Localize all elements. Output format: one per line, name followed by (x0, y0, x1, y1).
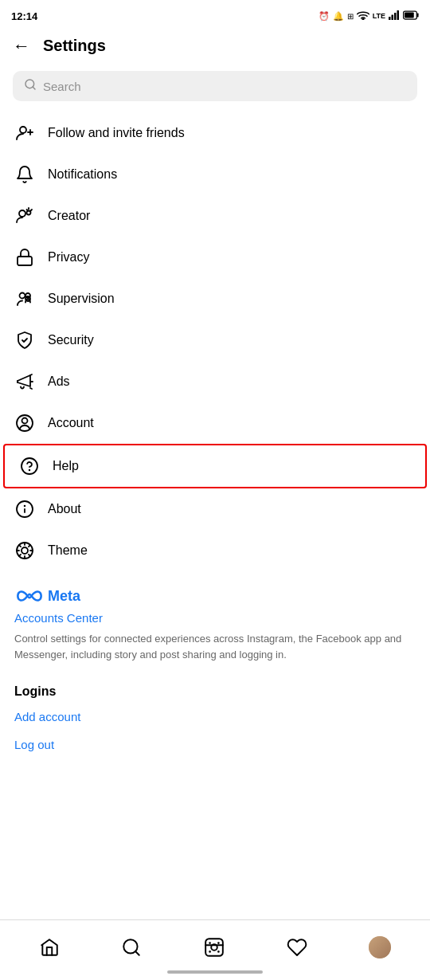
cast-icon: ⊞ (347, 12, 354, 21)
settings-item-ads[interactable]: Ads (0, 361, 430, 402)
svg-line-9 (33, 87, 35, 89)
theme-label: Theme (48, 543, 88, 558)
nav-heart[interactable] (276, 929, 319, 966)
back-button[interactable]: ← (13, 37, 30, 55)
svg-line-35 (19, 545, 21, 547)
svg-rect-4 (397, 10, 400, 20)
security-label: Security (48, 333, 94, 347)
svg-rect-7 (405, 13, 414, 18)
log-out-link[interactable]: Log out (14, 738, 416, 751)
settings-item-creator[interactable]: Creator (0, 195, 430, 237)
home-icon (39, 937, 60, 958)
meta-text: Meta (48, 588, 80, 605)
settings-item-account[interactable]: Account (0, 402, 430, 444)
svg-point-18 (25, 293, 30, 298)
add-person-icon (14, 123, 35, 143)
add-account-link[interactable]: Add account (14, 710, 416, 723)
svg-line-19 (30, 374, 32, 375)
svg-point-16 (20, 293, 25, 299)
svg-rect-2 (392, 15, 394, 21)
theme-icon (14, 540, 35, 561)
notifications-label: Notifications (48, 167, 117, 182)
profile-avatar (369, 936, 391, 958)
meta-section: Meta Accounts Center Control settings fo… (0, 571, 430, 670)
svg-rect-41 (205, 939, 223, 956)
megaphone-icon (14, 371, 35, 392)
battery-icon (403, 10, 419, 22)
nav-search[interactable] (110, 929, 153, 966)
signal-icon (389, 10, 400, 22)
help-label: Help (53, 459, 79, 473)
circle-person-icon (14, 413, 35, 433)
about-label: About (48, 502, 81, 516)
svg-line-36 (29, 555, 30, 556)
page-title: Settings (43, 37, 106, 55)
settings-list: Follow and invite friends Notifications … (0, 112, 430, 571)
account-label: Account (48, 416, 94, 430)
meta-description: Control settings for connected experienc… (14, 631, 416, 662)
follow-friends-label: Follow and invite friends (48, 126, 185, 140)
status-bar: 12:14 ⏰ 🔔 ⊞ LTE (0, 0, 430, 29)
settings-item-theme[interactable]: Theme (0, 530, 430, 571)
settings-item-security[interactable]: Security (0, 319, 430, 361)
ads-label: Ads (48, 374, 70, 389)
search-placeholder: Search (43, 80, 81, 93)
privacy-label: Privacy (48, 250, 89, 265)
svg-point-13 (19, 210, 25, 217)
creator-label: Creator (48, 209, 90, 223)
avatar-image (369, 936, 391, 958)
status-icons: ⏰ 🔔 ⊞ LTE (319, 10, 419, 22)
shield-icon (14, 330, 35, 351)
svg-line-38 (29, 545, 30, 547)
creator-icon (14, 206, 35, 226)
status-time: 12:14 (11, 10, 37, 22)
lte-icon: LTE (373, 12, 385, 20)
svg-rect-6 (417, 14, 419, 18)
volume-icon: 🔔 (333, 11, 344, 22)
settings-item-privacy[interactable]: Privacy (0, 237, 430, 278)
svg-point-46 (217, 951, 220, 953)
info-circle-icon (14, 499, 35, 519)
nav-home[interactable] (28, 929, 71, 966)
lock-icon (14, 247, 35, 268)
meta-logo: Meta (14, 587, 416, 605)
search-container: Search (0, 63, 430, 112)
svg-point-0 (362, 19, 364, 20)
svg-rect-1 (389, 17, 391, 20)
wifi-icon (357, 10, 369, 22)
accounts-center-link[interactable]: Accounts Center (14, 611, 416, 625)
svg-point-24 (22, 458, 37, 474)
search-icon (24, 78, 37, 94)
svg-point-14 (27, 211, 31, 215)
svg-point-43 (209, 942, 211, 944)
svg-point-23 (22, 418, 28, 424)
svg-point-44 (217, 942, 220, 944)
help-circle-icon (19, 456, 40, 476)
nav-profile[interactable] (358, 928, 402, 966)
settings-item-help[interactable]: Help (3, 444, 427, 488)
svg-rect-3 (394, 13, 397, 20)
svg-line-40 (135, 951, 139, 955)
search-nav-icon (121, 937, 142, 958)
settings-item-notifications[interactable]: Notifications (0, 154, 430, 195)
svg-point-30 (22, 547, 28, 554)
svg-rect-15 (18, 257, 32, 265)
reels-icon (204, 937, 225, 958)
logins-section: Logins Add account Log out (0, 670, 430, 769)
settings-item-about[interactable]: About (0, 488, 430, 530)
svg-line-20 (30, 388, 32, 389)
meta-logo-icon (14, 587, 45, 605)
bell-icon (14, 164, 35, 185)
svg-point-45 (209, 951, 211, 953)
alarm-icon: ⏰ (319, 11, 330, 22)
svg-line-37 (19, 555, 21, 556)
nav-reels[interactable] (193, 929, 236, 966)
logins-title: Logins (14, 684, 416, 699)
search-bar[interactable]: Search (13, 71, 417, 101)
home-indicator (167, 970, 263, 974)
supervision-label: Supervision (48, 292, 115, 306)
settings-item-follow-friends[interactable]: Follow and invite friends (0, 112, 430, 154)
supervision-icon (14, 288, 35, 309)
svg-point-10 (20, 127, 26, 133)
settings-item-supervision[interactable]: Supervision (0, 278, 430, 319)
